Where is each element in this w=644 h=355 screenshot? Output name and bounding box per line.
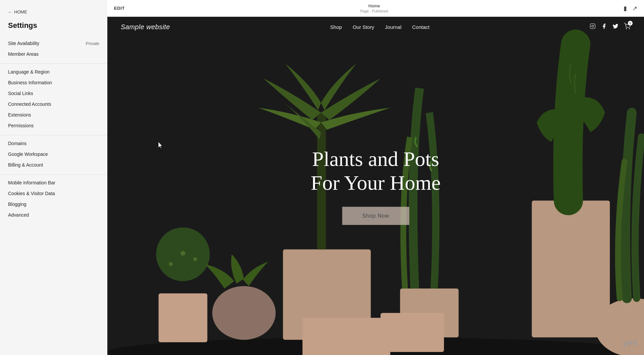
svg-rect-18 (532, 201, 610, 337)
twitter-icon[interactable] (612, 23, 619, 31)
svg-point-3 (626, 28, 627, 29)
svg-point-2 (594, 25, 594, 25)
nav-item-shop[interactable]: Shop (330, 24, 342, 30)
sidebar-section-4: Mobile Information Bar Cookies & Visitor… (0, 176, 107, 224)
preview-toolbar: EDIT Home Page · Published ▮ ↗ (107, 0, 644, 17)
svg-rect-0 (590, 24, 595, 29)
connected-accounts-label: Connected Accounts (8, 101, 51, 107)
sidebar-item-mobile-info-bar[interactable]: Mobile Information Bar (0, 177, 107, 188)
watermark: yes (623, 338, 637, 348)
settings-sidebar: ← HOME Settings Site Availability Privat… (0, 0, 107, 355)
sidebar-section-1: Site Availability Private Member Areas (0, 37, 107, 64)
sidebar-item-connected-accounts[interactable]: Connected Accounts (0, 99, 107, 109)
sidebar-section-3: Domains Google Workspace Billing & Accou… (0, 137, 107, 175)
back-arrow-icon: ← (8, 10, 12, 14)
svg-point-6 (107, 337, 644, 355)
nav-item-our-story[interactable]: Our Story (353, 24, 374, 30)
svg-rect-16 (400, 289, 459, 337)
cart-icon[interactable]: 0 (624, 23, 631, 31)
sidebar-item-social-links[interactable]: Social Links (0, 88, 107, 99)
svg-point-9 (169, 262, 173, 266)
svg-rect-13 (283, 250, 371, 340)
sidebar-item-advanced[interactable]: Advanced (0, 210, 107, 220)
svg-rect-7 (159, 294, 207, 342)
website-preview: Sample website Shop Our Story Journal Co… (107, 17, 644, 355)
facebook-icon[interactable] (601, 23, 607, 31)
toolbar-center: Home Page · Published (360, 3, 388, 13)
hero-content: Plants and Pots For Your Home Shop Now (311, 147, 441, 225)
business-information-label: Business Information (8, 80, 52, 85)
svg-point-8 (156, 227, 210, 281)
svg-rect-14 (303, 318, 390, 355)
cursor (157, 141, 165, 150)
sidebar-item-business-information[interactable]: Business Information (0, 77, 107, 88)
google-workspace-label: Google Workspace (8, 151, 48, 157)
site-menu: Shop Our Story Journal Contact (330, 24, 429, 30)
sidebar-item-permissions[interactable]: Permissions (0, 120, 107, 131)
billing-account-label: Billing & Account (8, 162, 43, 168)
shop-now-button[interactable]: Shop Now (342, 207, 409, 225)
extensions-label: Extensions (8, 112, 31, 118)
sidebar-item-cookies-visitor-data[interactable]: Cookies & Visitor Data (0, 188, 107, 199)
mobile-preview-icon[interactable]: ▮ (624, 5, 627, 12)
external-link-icon[interactable]: ↗ (632, 5, 637, 12)
domains-label: Domains (8, 141, 26, 146)
sidebar-item-member-areas[interactable]: Member Areas (0, 49, 107, 59)
site-availability-label: Site Availability (8, 41, 39, 46)
blogging-label: Blogging (8, 202, 26, 207)
hero-title: Plants and Pots For Your Home (311, 147, 441, 195)
content-area: EDIT Home Page · Published ▮ ↗ Sample we… (107, 0, 644, 355)
sidebar-item-blogging[interactable]: Blogging (0, 199, 107, 210)
back-label: HOME (14, 9, 27, 14)
edit-button[interactable]: EDIT (114, 6, 125, 11)
page-name: Home (368, 3, 380, 8)
site-social: 0 (590, 23, 631, 31)
toolbar-right: ▮ ↗ (624, 5, 637, 12)
sidebar-item-domains[interactable]: Domains (0, 138, 107, 149)
nav-item-contact[interactable]: Contact (412, 24, 430, 30)
back-to-home[interactable]: ← HOME (0, 7, 107, 20)
site-availability-badge: Private (86, 41, 99, 46)
sidebar-item-site-availability[interactable]: Site Availability Private (0, 38, 107, 49)
sidebar-item-language-region[interactable]: Language & Region (0, 66, 107, 77)
settings-title: Settings (0, 20, 107, 37)
cookies-visitor-data-label: Cookies & Visitor Data (8, 191, 55, 196)
svg-point-4 (629, 28, 630, 29)
svg-point-1 (592, 25, 594, 27)
svg-point-12 (212, 286, 276, 340)
svg-point-11 (180, 251, 185, 256)
cart-count: 0 (628, 21, 633, 26)
svg-point-10 (193, 257, 197, 261)
instagram-icon[interactable] (590, 23, 596, 31)
nav-item-journal[interactable]: Journal (385, 24, 401, 30)
advanced-label: Advanced (8, 212, 29, 218)
sidebar-item-billing-account[interactable]: Billing & Account (0, 160, 107, 170)
language-region-label: Language & Region (8, 69, 50, 75)
permissions-label: Permissions (8, 123, 34, 128)
member-areas-label: Member Areas (8, 51, 39, 57)
svg-rect-17 (381, 313, 444, 352)
social-links-label: Social Links (8, 91, 33, 96)
page-status: Page · Published (360, 9, 388, 13)
sidebar-item-extensions[interactable]: Extensions (0, 109, 107, 120)
site-nav: Sample website Shop Our Story Journal Co… (107, 17, 644, 37)
mobile-info-bar-label: Mobile Information Bar (8, 180, 55, 185)
site-logo: Sample website (121, 23, 170, 31)
sidebar-section-2: Language & Region Business Information S… (0, 65, 107, 135)
sidebar-item-google-workspace[interactable]: Google Workspace (0, 149, 107, 160)
